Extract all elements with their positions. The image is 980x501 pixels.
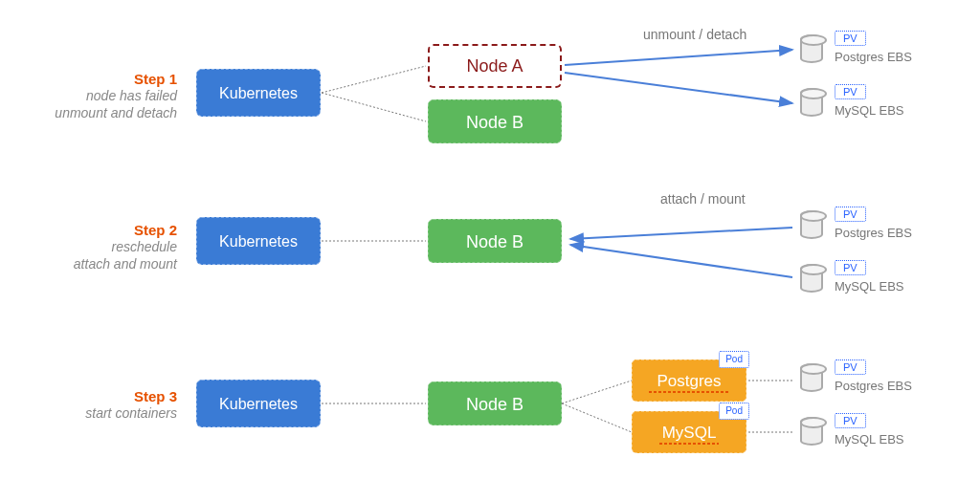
step-1-operation-label: unmount / detach [643,27,746,42]
pod-badge: Pod [719,351,749,368]
postgres-pod-label: Postgres [657,372,721,390]
postgres-pod: Postgres Pod [632,359,746,402]
node-b-box-2: Node B [428,219,562,263]
step-1-row: Step 1 node has failed unmount and detac… [0,27,980,170]
database-icon [800,210,823,239]
step-2-label: Step 2 reschedule attach and mount [0,222,177,272]
underline-icon [659,443,718,445]
kubernetes-box-3: Kubernetes [196,380,321,427]
pv-label-postgres-2: Postgres EBS [835,226,912,240]
pv-badge: PV [835,84,866,99]
database-icon [800,264,823,293]
pv-badge: PV [835,260,866,275]
step-3-title: Step 3 [0,388,177,404]
step-2-title: Step 2 [0,222,177,238]
pod-badge: Pod [719,403,749,420]
node-b-box-3: Node B [428,381,562,425]
database-icon [800,34,823,63]
mysql-pod-label: MySQL [662,424,717,442]
underline-icon [649,391,730,393]
pv-label-mysql-1: MySQL EBS [835,103,903,118]
step-3-sub-1: start containers [0,404,177,422]
pv-label-postgres-3: Postgres EBS [835,379,912,393]
pv-badge: PV [835,359,866,375]
pv-label-mysql-3: MySQL EBS [835,432,903,447]
step-2-operation-label: attach / mount [660,191,746,207]
pv-badge: PV [835,413,866,428]
step-2-sub-1: reschedule [0,238,177,255]
node-a-box: Node A [428,44,562,88]
step-1-sub-1: node has failed [0,87,177,104]
database-icon [800,88,823,117]
step-2-sub-2: attach and mount [0,255,177,272]
step-3-row: Step 3 start containers Kubernetes Node … [0,352,980,495]
node-b-box-1: Node B [428,99,562,143]
step-3-label: Step 3 start containers [0,388,177,422]
pv-badge: PV [835,31,866,46]
pv-badge: PV [835,207,866,222]
mysql-pod: MySQL Pod [632,411,746,453]
kubernetes-box-1: Kubernetes [196,69,321,117]
database-icon [800,363,823,392]
pv-label-mysql-2: MySQL EBS [835,279,903,294]
kubernetes-box-2: Kubernetes [196,217,321,265]
step-1-label: Step 1 node has failed unmount and detac… [0,71,177,121]
pv-label-postgres-1: Postgres EBS [835,50,912,64]
step-2-row: Step 2 reschedule attach and mount Kuber… [0,191,980,335]
step-1-title: Step 1 [0,71,177,87]
database-icon [800,417,823,446]
step-1-sub-2: unmount and detach [0,104,177,121]
